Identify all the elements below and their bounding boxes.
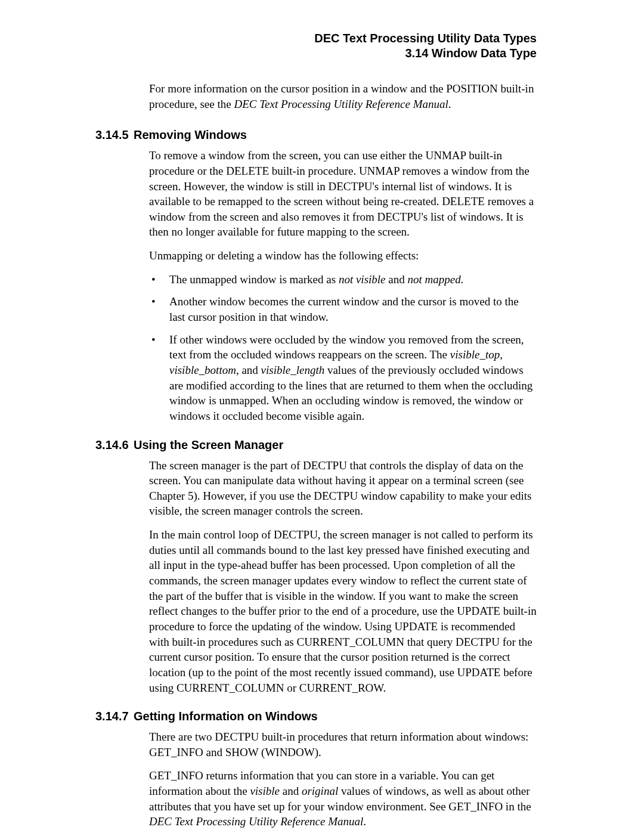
- bullet-item: If other windows were occluded by the wi…: [149, 332, 537, 424]
- bullet-em: not mapped.: [407, 273, 463, 286]
- p2-mid1: and: [280, 785, 302, 797]
- header-line-2: 3.14 Window Data Type: [95, 46, 537, 61]
- section-title: Removing Windows: [134, 128, 247, 141]
- intro-text-b: .: [448, 98, 451, 110]
- section-number: 3.14.6: [95, 438, 134, 452]
- bullet-em: not visible: [339, 273, 386, 286]
- bullet-text-mid: and: [239, 364, 261, 376]
- page: DEC Text Processing Utility Data Types 3…: [0, 0, 644, 833]
- s1-p2: Unmapping or deleting a window has the f…: [149, 248, 537, 264]
- s3-p2: GET_INFO returns information that you ca…: [149, 768, 537, 829]
- bullet-item: Another window becomes the current windo…: [149, 294, 537, 324]
- intro-em: DEC Text Processing Utility Reference Ma…: [234, 98, 448, 110]
- section-heading-info-windows: 3.14.7Getting Information on Windows: [95, 710, 537, 723]
- bullet-text-a: The unmapped window is marked as: [169, 273, 339, 286]
- p2-em1: visible: [250, 785, 280, 797]
- bullet-em: visible_length: [261, 364, 325, 376]
- header-line-1: DEC Text Processing Utility Data Types: [95, 31, 537, 46]
- section-heading-screen-manager: 3.14.6Using the Screen Manager: [95, 438, 537, 452]
- s1-bullets: The unmapped window is marked as not vis…: [149, 272, 537, 424]
- intro-paragraph: For more information on the cursor posit…: [149, 81, 537, 112]
- section-heading-removing-windows: 3.14.5Removing Windows: [95, 128, 537, 142]
- section-number: 3.14.7: [95, 710, 134, 723]
- s2-p2: In the main control loop of DECTPU, the …: [149, 527, 537, 695]
- bullet-text-mid: and: [386, 273, 408, 286]
- p2-text-b: .: [363, 815, 366, 828]
- section-number: 3.14.5: [95, 128, 134, 142]
- s3-p1: There are two DECTPU built-in procedures…: [149, 729, 537, 760]
- s1-p1: To remove a window from the screen, you …: [149, 148, 537, 240]
- page-header: DEC Text Processing Utility Data Types 3…: [95, 31, 537, 61]
- s2-p1: The screen manager is the part of DECTPU…: [149, 458, 537, 519]
- section-title: Using the Screen Manager: [134, 438, 283, 451]
- section-title: Getting Information on Windows: [134, 710, 318, 723]
- p2-em3: DEC Text Processing Utility Reference Ma…: [149, 815, 363, 828]
- bullet-item: The unmapped window is marked as not vis…: [149, 272, 537, 287]
- p2-em2: original: [302, 785, 338, 797]
